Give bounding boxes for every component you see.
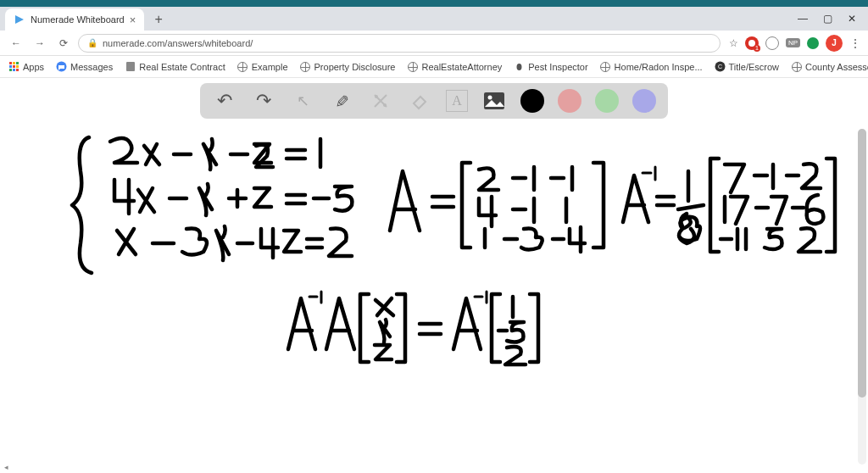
bookmark-label: Example: [252, 62, 288, 72]
svg-marker-0: [15, 15, 24, 24]
globe-icon: [600, 61, 611, 72]
bookmarks-bar: Apps Messages Real Estate Contract Examp…: [0, 56, 868, 78]
maximize-button[interactable]: ▢: [823, 13, 832, 25]
url-text: numerade.com/answers/whiteboard/: [103, 38, 253, 48]
close-window-button[interactable]: ✕: [848, 13, 856, 25]
browser-tab[interactable]: Numerade Whiteboard ×: [5, 8, 144, 31]
lock-icon: 🔒: [87, 38, 97, 47]
bookmark-label: Property Disclosure: [314, 62, 396, 72]
extension-icon-circle[interactable]: [765, 36, 779, 50]
omnibox[interactable]: 🔒 numerade.com/answers/whiteboard/: [78, 34, 721, 53]
globe-icon: [237, 61, 248, 72]
vertical-scrollbar[interactable]: [858, 129, 866, 465]
whiteboard-content[interactable]: ↶ ↷ ↖ ✎ A: [0, 78, 868, 473]
bookmark-property-disclosure[interactable]: Property Disclosure: [300, 61, 396, 72]
forward-button[interactable]: →: [31, 34, 49, 53]
bookmark-messages[interactable]: Messages: [56, 61, 113, 72]
apps-label: Apps: [23, 62, 44, 72]
bookmark-label: Pest Inspector: [528, 62, 587, 72]
bookmark-label: RealEstateAttorney: [422, 62, 503, 72]
new-tab-button[interactable]: +: [149, 10, 168, 29]
bookmark-title-escrow[interactable]: C Title/Escrow: [715, 61, 780, 72]
apps-bookmark[interactable]: Apps: [8, 61, 44, 72]
doc-icon: [125, 61, 136, 72]
apps-icon: [8, 61, 19, 72]
horizontal-scrollbar[interactable]: ◂: [2, 463, 856, 471]
bookmark-label: Real Estate Contract: [139, 62, 225, 72]
back-button[interactable]: ←: [7, 34, 25, 53]
bookmark-label: Title/Escrow: [729, 62, 780, 72]
tab-close-icon[interactable]: ×: [130, 14, 136, 25]
reload-button[interactable]: ⟳: [54, 34, 73, 53]
address-actions: ☆ NP J ⋮: [726, 35, 861, 52]
bookmark-home-radon[interactable]: Home/Radon Inspe...: [600, 61, 703, 72]
bookmark-label: County Assessor: [805, 62, 868, 72]
globe-icon: [791, 61, 802, 72]
bookmark-real-estate-contract[interactable]: Real Estate Contract: [125, 61, 225, 72]
handwriting-layer: [0, 78, 868, 473]
address-bar-row: ← → ⟳ 🔒 numerade.com/answers/whiteboard/…: [0, 31, 868, 56]
bookmark-pest-inspector[interactable]: Pest Inspector: [514, 61, 587, 72]
bookmark-label: Home/Radon Inspe...: [615, 62, 703, 72]
browser-menu-icon[interactable]: ⋮: [849, 36, 861, 50]
tab-strip: Numerade Whiteboard × + — ▢ ✕: [0, 7, 868, 31]
minimize-button[interactable]: —: [798, 13, 808, 25]
svg-point-1: [748, 40, 755, 47]
svg-rect-3: [126, 62, 135, 71]
messages-icon: [56, 61, 67, 72]
svg-text:C: C: [718, 64, 722, 70]
tab-favicon: [14, 14, 25, 25]
svg-point-4: [517, 64, 522, 70]
extension-icon-notifier[interactable]: [745, 36, 759, 50]
tab-title: Numerade Whiteboard: [31, 14, 125, 25]
escrow-icon: C: [715, 61, 726, 72]
extension-np-badge[interactable]: NP: [786, 38, 800, 47]
bookmark-label: Messages: [70, 62, 113, 72]
bookmark-example[interactable]: Example: [237, 61, 288, 72]
globe-icon: [300, 61, 311, 72]
bookmark-real-estate-attorney[interactable]: RealEstateAttorney: [408, 61, 503, 72]
bookmark-county-assessor[interactable]: County Assessor: [791, 61, 868, 72]
scroll-left-arrow[interactable]: ◂: [2, 463, 10, 471]
scrollbar-thumb[interactable]: [858, 129, 866, 398]
profile-avatar[interactable]: J: [826, 35, 843, 52]
bug-icon: [514, 61, 525, 72]
extension-icon-green[interactable]: [807, 37, 819, 49]
window-titlebar: [0, 0, 868, 7]
window-controls: — ▢ ✕: [798, 7, 868, 31]
bookmark-star-icon[interactable]: ☆: [729, 37, 738, 49]
globe-icon: [408, 61, 419, 72]
